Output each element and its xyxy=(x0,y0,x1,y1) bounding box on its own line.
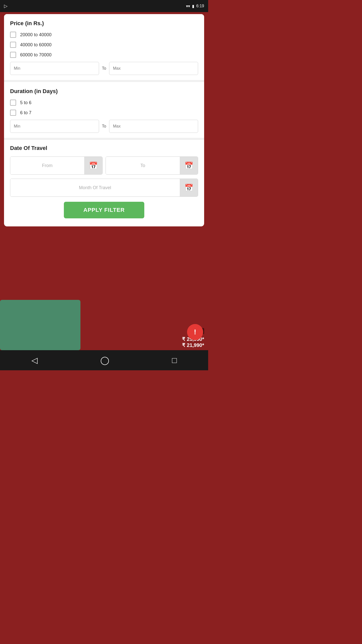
duration-to-label: To xyxy=(102,124,106,129)
calendar-to-icon: 📅 xyxy=(185,162,193,170)
month-input-group: Month Of Travel 📅 xyxy=(10,179,198,197)
price-option-3[interactable]: 60000 to 70000 xyxy=(10,52,198,58)
price-to-label: To xyxy=(102,66,106,71)
signal-icon: ▷ xyxy=(4,3,8,9)
bg-destination-image xyxy=(0,300,80,350)
calendar-from-icon: 📅 xyxy=(89,162,98,170)
month-of-travel-input[interactable]: Month Of Travel xyxy=(10,179,180,196)
time-display: 6:19 xyxy=(196,4,204,8)
home-nav-icon[interactable]: ◯ xyxy=(100,355,109,365)
price-label-1: 20000 to 40000 xyxy=(20,32,52,37)
battery-icon: ▮ xyxy=(192,4,194,9)
bg-price-2: ₹ 21,990* xyxy=(182,342,204,348)
wifi-icon: ▾▾ xyxy=(186,4,190,9)
date-from-to-row: From 📅 To 📅 xyxy=(10,156,198,175)
fab-button[interactable]: ! xyxy=(187,324,203,340)
duration-section: Duration (in Days) 5 to 6 6 to 7 To xyxy=(4,82,204,138)
price-range-row: To xyxy=(10,62,198,75)
filter-modal: Price (in Rs.) 20000 to 40000 40000 to 6… xyxy=(4,14,204,226)
price-label-3: 60000 to 70000 xyxy=(20,52,52,58)
price-checkbox-3[interactable] xyxy=(10,52,16,58)
price-label-2: 40000 to 60000 xyxy=(20,42,52,48)
duration-label-2: 6 to 7 xyxy=(20,110,31,115)
duration-option-1[interactable]: 5 to 6 xyxy=(10,100,198,106)
duration-max-input[interactable] xyxy=(109,120,198,133)
date-from-input[interactable]: From xyxy=(10,157,84,174)
price-checkbox-1[interactable] xyxy=(10,32,16,38)
duration-section-title: Duration (in Days) xyxy=(10,88,198,95)
duration-label-1: 5 to 6 xyxy=(20,100,31,105)
date-section: Date Of Travel From 📅 To 📅 Month Of Trav… xyxy=(4,140,204,226)
price-max-input[interactable] xyxy=(109,62,198,75)
duration-checkbox-2[interactable] xyxy=(10,110,16,116)
date-from-calendar-button[interactable]: 📅 xyxy=(84,157,102,174)
duration-min-input[interactable] xyxy=(10,120,99,133)
price-section-title: Price (in Rs.) xyxy=(10,20,198,27)
month-calendar-button[interactable]: 📅 xyxy=(180,179,198,196)
duration-checkbox-1[interactable] xyxy=(10,100,16,106)
price-option-2[interactable]: 40000 to 60000 xyxy=(10,42,198,48)
nav-bar: ◁ ◯ □ xyxy=(0,350,208,370)
status-bar: ▷ ▾▾ ▮ 6:19 xyxy=(0,0,208,12)
section-divider-1 xyxy=(4,80,204,82)
date-to-input[interactable]: To xyxy=(106,157,180,174)
duration-range-row: To xyxy=(10,120,198,133)
section-divider-2 xyxy=(4,138,204,140)
duration-option-2[interactable]: 6 to 7 xyxy=(10,110,198,116)
calendar-month-icon: 📅 xyxy=(185,184,193,192)
date-from-group: From 📅 xyxy=(10,156,103,175)
price-option-1[interactable]: 20000 to 40000 xyxy=(10,32,198,38)
date-to-calendar-button[interactable]: 📅 xyxy=(180,157,198,174)
apply-filter-button[interactable]: APPLY FILTER xyxy=(64,202,144,218)
date-section-title: Date Of Travel xyxy=(10,145,198,151)
back-nav-icon[interactable]: ◁ xyxy=(31,355,38,365)
price-checkbox-2[interactable] xyxy=(10,42,16,48)
date-to-group: To 📅 xyxy=(106,156,198,175)
recents-nav-icon[interactable]: □ xyxy=(172,356,177,365)
price-section: Price (in Rs.) 20000 to 40000 40000 to 6… xyxy=(4,14,204,80)
price-min-input[interactable] xyxy=(10,62,99,75)
